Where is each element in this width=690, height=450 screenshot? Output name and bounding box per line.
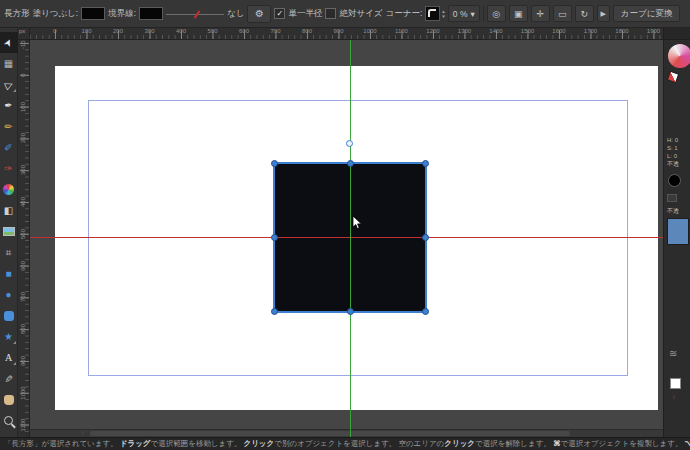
fill-tool-icon: ◧ — [4, 206, 13, 216]
absolute-size-checkbox[interactable] — [325, 8, 336, 19]
status-segment: 「長方形」が選択されています。 — [4, 439, 120, 448]
ellipse-tool[interactable]: ● — [0, 284, 18, 305]
handle-bottom-center[interactable] — [347, 308, 354, 315]
scrollbar-thumb[interactable] — [90, 431, 570, 436]
h-ruler-label: 1300 — [458, 28, 471, 34]
layer-thumbnail[interactable] — [670, 378, 681, 389]
absolute-size-label: 絶対サイズ — [339, 8, 382, 20]
status-segment: ドラッグ — [120, 439, 151, 448]
h-ruler-label: 200 — [113, 28, 123, 34]
handle-bottom-left[interactable] — [271, 308, 278, 315]
insert-on-top-button[interactable]: ▭ — [553, 5, 572, 22]
insert-on-top-icon: ▭ — [558, 9, 567, 19]
fill-tool[interactable]: ◧ — [0, 200, 18, 221]
corner-style-combo[interactable]: ▴ ▾ — [425, 6, 445, 21]
pencil-tool[interactable]: ✏ — [0, 116, 18, 137]
cycle-selection-button[interactable]: ↻ — [575, 5, 594, 22]
text-tool[interactable]: A — [0, 347, 18, 368]
artboard-tool[interactable]: ▦ — [0, 53, 18, 74]
single-radius-checkbox[interactable]: ✓ — [274, 8, 285, 19]
text-tool-icon: A — [5, 353, 12, 363]
rectangle-tool[interactable]: ■ — [0, 263, 18, 284]
h-ruler-label: 1000 — [363, 28, 376, 34]
horizontal-guide[interactable] — [18, 237, 663, 238]
stroke-settings-button[interactable]: ⚙ — [247, 5, 271, 23]
vector-brush-tool-icon: ✐ — [4, 143, 12, 153]
transform-origin-button[interactable]: ◎ — [487, 5, 506, 22]
canvas-viewport[interactable]: ⁞ — [30, 40, 663, 437]
hsl-line: S: 1 — [667, 144, 679, 152]
rounded-rectangle-tool[interactable] — [0, 305, 18, 326]
corner-style-swatch[interactable] — [425, 6, 440, 21]
color-wheel-tool[interactable] — [0, 179, 18, 200]
handle-top-right[interactable] — [422, 160, 429, 167]
toolbar-separator — [483, 6, 484, 22]
active-tool-label: 長方形 — [4, 8, 30, 20]
pencil-tool-icon: ✏ — [4, 122, 12, 132]
handle-middle-left[interactable] — [271, 234, 278, 241]
paint-brush-tool[interactable]: ✑ — [0, 158, 18, 179]
crop-tool-icon: ⌗ — [6, 248, 12, 258]
tool-column: ➤▦▷✒✏✐✑◧⌗■●★A✎ — [0, 32, 18, 431]
corner-percent-dropdown[interactable]: 0 % ▾ — [448, 5, 480, 22]
pen-tool-icon: ✒ — [4, 101, 12, 111]
image-tool[interactable] — [0, 221, 18, 242]
zoom-tool-icon — [4, 416, 13, 425]
stroke-color-swatch[interactable] — [139, 7, 163, 20]
zoom-tool[interactable] — [0, 410, 18, 431]
absolute-size-option[interactable]: 絶対サイズ — [325, 8, 382, 20]
hsl-line: L: 0 — [667, 152, 679, 160]
tools-panel: ➤▦▷✒✏✐✑◧⌗■●★A✎ ⋯ — [0, 28, 18, 450]
handle-middle-right[interactable] — [422, 234, 429, 241]
color-picker-tool-icon: ✎ — [3, 374, 13, 382]
handle-top-left[interactable] — [271, 160, 278, 167]
move-selection-button[interactable]: ✛ — [531, 5, 550, 22]
view-tool-icon — [4, 395, 14, 405]
status-segment: クリック — [444, 439, 475, 448]
pen-tool[interactable]: ✒ — [0, 95, 18, 116]
rotation-handle[interactable] — [346, 140, 353, 147]
star-tool[interactable]: ★ — [0, 326, 18, 347]
color-wheel-tool-icon — [3, 184, 14, 195]
color-chip-icon[interactable] — [667, 71, 680, 84]
vertical-guide[interactable] — [350, 28, 351, 437]
arrange-button[interactable]: ≡ — [686, 6, 690, 22]
active-color-swatch[interactable] — [668, 174, 681, 187]
handle-top-center[interactable] — [347, 160, 354, 167]
view-tool[interactable] — [0, 389, 18, 410]
h-ruler-label: 1900 — [647, 28, 660, 34]
color-picker-tool[interactable]: ✎ — [0, 368, 18, 389]
v-ruler-label: 400 — [18, 188, 28, 216]
vertical-ruler[interactable]: -100010020030040050060070080090010001100 — [18, 40, 30, 437]
panel-tab-strip[interactable] — [664, 28, 690, 40]
horizontal-scrollbar[interactable]: ⁞ — [30, 429, 663, 437]
ruler-unit-corner[interactable]: px — [18, 28, 30, 40]
layers-icon: ≋ — [669, 348, 677, 359]
h-ruler-label: 900 — [333, 28, 343, 34]
status-segment: で別のオブジェクトを選択します。 — [274, 439, 398, 448]
vector-brush-tool[interactable]: ✐ — [0, 137, 18, 158]
image-tool-icon — [3, 227, 15, 236]
h-ruler-label: 300 — [144, 28, 154, 34]
blue-color-swatch[interactable] — [667, 218, 689, 245]
fill-color-swatch[interactable] — [81, 7, 105, 20]
panel-mini-control[interactable] — [667, 194, 677, 202]
node-tool[interactable]: ▷ — [0, 74, 18, 95]
crop-tool[interactable]: ⌗ — [0, 242, 18, 263]
color-wheel-icon[interactable] — [668, 44, 690, 68]
horizontal-ruler[interactable]: 0100200300400500600700800900100011001200… — [30, 28, 663, 40]
insert-target-button[interactable]: ▶ — [597, 5, 610, 22]
stepper-down-icon[interactable]: ▾ — [442, 14, 445, 19]
corner-style-stepper[interactable]: ▴ ▾ — [442, 9, 445, 19]
status-bar: 「長方形」が選択されています。 ドラッグで選択範囲を移動します。 クリックで別の… — [0, 437, 690, 450]
single-radius-option[interactable]: ✓ 単一半径 — [274, 8, 322, 20]
scrollbar-grip-icon[interactable]: ⁞ — [82, 429, 84, 437]
stroke-width-slider[interactable] — [166, 7, 224, 21]
insert-behind-button[interactable]: ▣ — [509, 5, 528, 22]
h-ruler-label: 1700 — [584, 28, 597, 34]
convert-to-curves-button[interactable]: カーブに変換 — [613, 5, 681, 22]
move-tool[interactable]: ➤ — [0, 32, 18, 53]
handle-bottom-right[interactable] — [422, 308, 429, 315]
hsl-readout: H: 0S: 1L: 0不透 — [667, 136, 679, 168]
chevron-down-icon: ▾ — [471, 9, 475, 19]
